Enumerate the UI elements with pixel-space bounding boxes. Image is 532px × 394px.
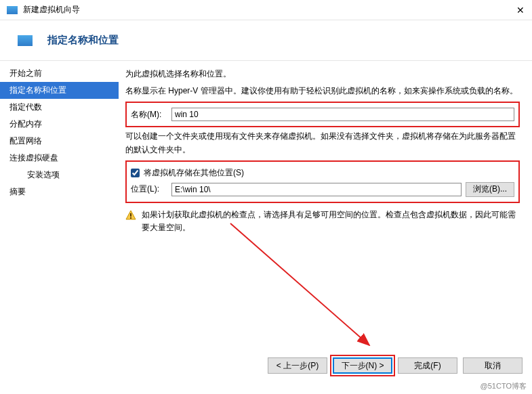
location-input[interactable] — [171, 183, 462, 196]
watermark: @51CTO博客 — [480, 381, 527, 391]
intro-text: 为此虚拟机选择名称和位置。 — [125, 68, 520, 81]
step-generation[interactable]: 指定代数 — [0, 99, 119, 116]
step-summary[interactable]: 摘要 — [0, 183, 119, 200]
step-network[interactable]: 配置网络 — [0, 133, 119, 150]
location-description: 可以创建一个文件夹或使用现有文件夹来存储虚拟机。如果没有选择文件夹，虚拟机将存储… — [125, 130, 520, 156]
footer-buttons: < 上一步(P) 下一步(N) > 完成(F) 取消 — [268, 357, 523, 374]
location-label: 位置(L): — [131, 183, 171, 196]
warning-icon — [125, 210, 136, 225]
location-highlight: 将虚拟机存储在其他位置(S) 位置(L): 浏览(B)... — [125, 160, 520, 203]
content: 为此虚拟机选择名称和位置。 名称显示在 Hyper-V 管理器中。建议你使用有助… — [119, 61, 532, 234]
name-input[interactable] — [171, 108, 514, 121]
step-before-begin[interactable]: 开始之前 — [0, 65, 119, 82]
browse-button[interactable]: 浏览(B)... — [466, 182, 514, 197]
app-icon — [7, 6, 18, 14]
step-name-location[interactable]: 指定名称和位置 — [0, 82, 119, 99]
name-description: 名称显示在 Hyper-V 管理器中。建议你使用有助于轻松识别此虚拟机的名称，如… — [125, 85, 520, 97]
svg-rect-2 — [130, 217, 131, 219]
step-memory[interactable]: 分配内存 — [0, 116, 119, 133]
finish-button[interactable]: 完成(F) — [398, 357, 457, 374]
name-highlight: 名称(M): — [125, 102, 520, 127]
step-vhd[interactable]: 连接虚拟硬盘 — [0, 150, 119, 167]
wizard-steps: 开始之前 指定名称和位置 指定代数 分配内存 配置网络 连接虚拟硬盘 安装选项 … — [0, 61, 119, 234]
next-button[interactable]: 下一步(N) > — [333, 357, 392, 374]
wizard-header: 指定名称和位置 — [0, 20, 532, 61]
close-icon[interactable]: ✕ — [516, 5, 525, 15]
page-title: 指定名称和位置 — [47, 34, 119, 47]
svg-rect-1 — [130, 213, 131, 217]
step-install-options[interactable]: 安装选项 — [0, 167, 119, 183]
prev-button[interactable]: < 上一步(P) — [268, 357, 327, 374]
svg-line-4 — [230, 223, 369, 345]
store-other-label: 将虚拟机存储在其他位置(S) — [144, 167, 244, 179]
window-title: 新建虚拟机向导 — [23, 4, 516, 16]
main: 开始之前 指定名称和位置 指定代数 分配内存 配置网络 连接虚拟硬盘 安装选项 … — [0, 61, 532, 234]
header-icon — [18, 35, 33, 46]
name-label: 名称(M): — [131, 108, 171, 121]
warning-text: 如果计划获取此虚拟机的检查点，请选择具有足够可用空间的位置。检查点包含虚拟机数据… — [142, 209, 520, 234]
titlebar: 新建虚拟机向导 ✕ — [0, 0, 532, 20]
store-other-checkbox[interactable] — [131, 169, 140, 177]
cancel-button[interactable]: 取消 — [463, 357, 523, 374]
warning-row: 如果计划获取此虚拟机的检查点，请选择具有足够可用空间的位置。检查点包含虚拟机数据… — [125, 209, 520, 234]
